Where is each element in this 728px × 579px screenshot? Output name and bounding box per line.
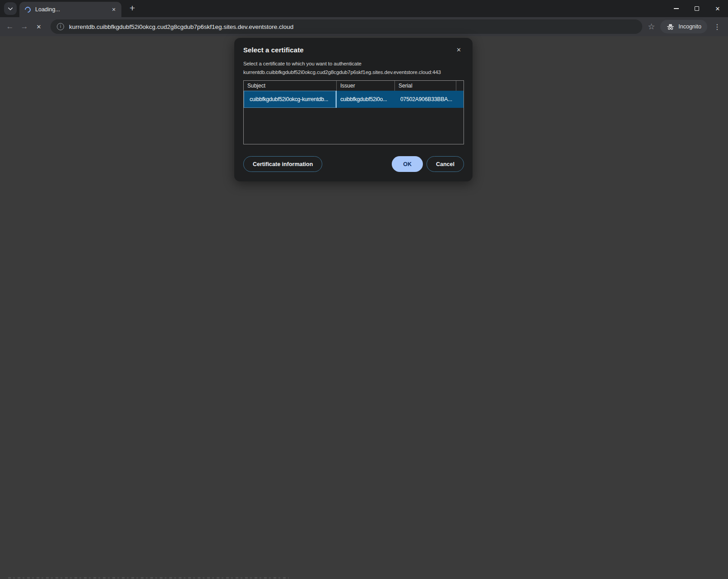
tab-title: Loading... [35, 6, 110, 13]
new-tab-button[interactable]: + [128, 3, 137, 14]
tab-strip: Loading... ✕ + ✕ [0, 0, 728, 17]
dialog-title: Select a certificate [243, 46, 304, 54]
ok-button[interactable]: OK [392, 156, 423, 172]
back-button[interactable]: ← [3, 19, 17, 34]
browser-window: Loading... ✕ + ✕ ← → ✕ i kurrentdb.cuibb… [0, 0, 728, 579]
dialog-actions: Certificate information OK Cancel [243, 156, 464, 172]
cancel-button[interactable]: Cancel [427, 156, 464, 172]
incognito-badge: Incognito [660, 20, 707, 33]
certificate-table-header: Subject Issuer Serial [244, 81, 464, 91]
certificate-information-button[interactable]: Certificate information [243, 156, 322, 172]
close-icon: ✕ [715, 5, 720, 12]
tab-close-icon[interactable]: ✕ [110, 5, 118, 14]
bookmark-star-icon[interactable]: ☆ [646, 22, 657, 32]
page-content: Select a certificate ✕ Select a certific… [0, 36, 728, 579]
minimize-icon [674, 8, 679, 9]
column-header-serial[interactable]: Serial [395, 81, 456, 91]
certificate-subject-cell: cuibbfkgdubf52i0okcg-kurrentdb... [244, 91, 337, 108]
loading-spinner-icon [23, 5, 32, 14]
chevron-down-icon [8, 5, 13, 10]
stop-loading-button[interactable]: ✕ [32, 19, 46, 34]
status-text-remnant [8, 577, 289, 579]
forward-button[interactable]: → [17, 19, 32, 34]
maximize-icon [695, 6, 699, 11]
address-bar[interactable]: i kurrentdb.cuibbfkgdubf52i0okcg.cud2g8c… [51, 19, 642, 34]
tab-search-button[interactable] [4, 2, 17, 15]
certificate-table: Subject Issuer Serial cuibbfkgdubf52i0ok… [243, 80, 464, 144]
certificate-issuer-cell: cuibbfkgdubf52i0o... [337, 91, 396, 108]
column-header-spacer [456, 81, 464, 91]
certificate-serial-cell: 07502A906B33BBA... [396, 91, 464, 108]
dialog-header: Select a certificate ✕ [243, 46, 464, 54]
maximize-button[interactable] [686, 0, 707, 17]
url-text[interactable]: kurrentdb.cuibbfkgdubf52i0okcg.cud2g8cgd… [69, 23, 293, 30]
dialog-subtitle: Select a certificate to which you want t… [243, 60, 464, 77]
column-header-subject[interactable]: Subject [244, 81, 337, 91]
dialog-close-icon[interactable]: ✕ [456, 46, 461, 53]
certificate-dialog: Select a certificate ✕ Select a certific… [234, 38, 473, 181]
incognito-label: Incognito [678, 23, 701, 30]
column-header-issuer[interactable]: Issuer [337, 81, 395, 91]
site-info-icon[interactable]: i [57, 23, 64, 30]
window-close-button[interactable]: ✕ [707, 0, 728, 17]
window-controls: ✕ [666, 0, 728, 17]
toolbar: ← → ✕ i kurrentdb.cuibbfkgdubf52i0okcg.c… [0, 17, 728, 36]
dialog-subtitle-line2: kurrentdb.cuibbfkgdubf52i0okcg.cud2g8cgd… [243, 69, 441, 75]
browser-menu-kebab-icon[interactable]: ⋮ [711, 23, 723, 31]
incognito-icon [666, 23, 675, 31]
active-tab[interactable]: Loading... ✕ [19, 2, 121, 17]
minimize-button[interactable] [666, 0, 686, 17]
certificate-row-selected[interactable]: cuibbfkgdubf52i0okcg-kurrentdb... cuibbf… [244, 91, 464, 108]
dialog-subtitle-line1: Select a certificate to which you want t… [243, 61, 362, 66]
